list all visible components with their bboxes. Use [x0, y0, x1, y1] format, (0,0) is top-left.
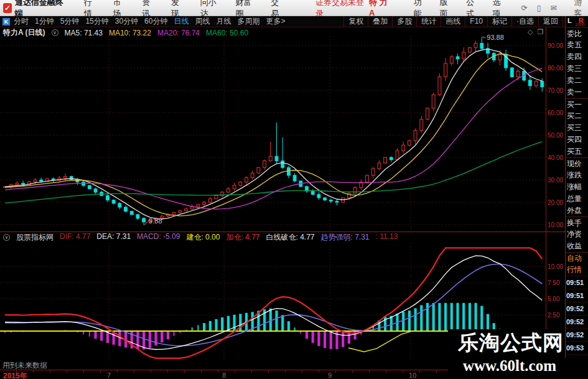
quote-row[interactable]: 买三	[566, 122, 588, 134]
quote-row[interactable]: 收益	[566, 240, 588, 252]
quote-row[interactable]: 买五	[566, 146, 588, 157]
month-tick-label: 7	[107, 372, 111, 379]
volume-label: 1000	[575, 22, 585, 27]
period-tab[interactable]: 分时	[14, 16, 29, 27]
tick-time-row[interactable]: 09:52	[566, 315, 588, 328]
price-tick-label: 60.00	[548, 110, 564, 116]
ma-value-labels: MA5: 71.43MA10: 73.22MA20: 76.74MA60: 50…	[65, 29, 249, 37]
indicator-dropdown-icon[interactable]: ∨	[3, 234, 10, 241]
quote-rows: 委比卖五卖四卖三卖二卖一买一买二买三买四买五现价涨跌涨幅总量外盘换手净资收益自动…	[566, 27, 588, 276]
quote-row[interactable]: 卖一	[566, 87, 588, 98]
price-tick-label: 20.00	[548, 199, 564, 206]
menu-icon[interactable]: ⟳	[521, 4, 528, 12]
chart-header: 特力A (日线) ∨ MA5: 71.43MA10: 73.22MA20: 76…	[3, 28, 248, 37]
menu-icons: ⟳▯✉	[521, 4, 557, 12]
tool-button[interactable]: 画线	[441, 16, 465, 27]
period-tab[interactable]: 30分钟	[115, 16, 138, 27]
month-tick-label: 8	[222, 372, 226, 379]
quote-row[interactable]: 涨跌	[566, 169, 588, 181]
quote-row[interactable]: 买四	[566, 134, 588, 146]
app-logo-icon: ✓	[3, 3, 12, 13]
period-tab[interactable]: 15分钟	[85, 16, 108, 27]
tool-button[interactable]: 返回	[538, 16, 563, 27]
svg-text:9.88: 9.88	[149, 217, 162, 225]
year-label: 2015年	[3, 371, 27, 379]
price-tick-label: 70.00	[548, 87, 564, 94]
tdx-terminal-window: ✓ 通达信金融终端 行情市场资讯发现问小达财富圈交易 证券交易未登录 特 力A …	[0, 0, 588, 379]
macd-tick-label: 10.00	[548, 263, 564, 270]
quote-row[interactable]: 涨幅	[566, 181, 588, 193]
quote-row[interactable]: 卖三	[566, 63, 588, 75]
quote-row[interactable]: 换手	[566, 217, 588, 228]
future-data-note: 用到未来数据	[2, 360, 47, 371]
quote-row[interactable]: 卖五	[566, 39, 588, 51]
quote-row[interactable]: 行情	[566, 264, 588, 276]
tool-button[interactable]: 多股	[392, 16, 416, 27]
price-tick-label: 80.00	[548, 65, 564, 72]
indicator-value: 加仓: 4.77	[226, 232, 259, 243]
dropdown-circle-icon[interactable]: ∨	[52, 29, 58, 36]
svg-text:93.88: 93.88	[487, 34, 504, 41]
quote-row[interactable]: 买一	[566, 98, 588, 110]
quote-row[interactable]: 外盘	[566, 205, 588, 217]
period-tab[interactable]: 多周期	[237, 16, 259, 27]
period-tab[interactable]: 1分钟	[35, 16, 54, 27]
period-toolbar: K 分时1分钟5分钟15分钟30分钟60分钟日线周线月线多周期更多> 复权叠加多…	[0, 16, 588, 27]
indicator-name[interactable]: 股票指标网	[16, 232, 54, 243]
ma-label: MA60: 50.60	[206, 29, 248, 37]
tool-button[interactable]: 叠加	[368, 16, 392, 27]
corner-icon[interactable]: ❐	[537, 28, 543, 36]
tab-left[interactable]: L	[567, 17, 572, 24]
menu-icon[interactable]: ✉	[550, 4, 556, 12]
month-tick-label: 9	[328, 372, 332, 379]
quote-row[interactable]: 买二	[566, 110, 588, 122]
period-tabs: 分时1分钟5分钟15分钟30分钟60分钟日线周线月线多周期更多>	[14, 16, 285, 27]
indicator-header: ∨ 股票指标网 DIF: 4.77DEA: 7.31MACD: -5.09建仓:…	[3, 233, 398, 242]
tool-button[interactable]: ·自选	[511, 16, 538, 27]
price-axis-line	[546, 27, 546, 370]
corner-icon[interactable]: ◇	[528, 28, 533, 36]
tick-time-row[interactable]: 09:53	[566, 341, 588, 354]
price-tick-label: 10.00	[548, 222, 564, 228]
tick-time-row[interactable]: 09:51	[566, 289, 588, 302]
tick-time-row[interactable]: 09:5	[566, 354, 588, 358]
quote-row[interactable]: 现价	[566, 157, 588, 169]
kline-icon[interactable]: K	[2, 18, 10, 26]
tool-button[interactable]: 复权	[343, 16, 368, 27]
period-tab[interactable]: 5分钟	[60, 16, 80, 27]
watermark-url: www.60lt.com	[448, 357, 565, 375]
macd-tick-label: 2.50	[548, 312, 564, 319]
tick-time-row[interactable]: 09:52	[566, 328, 588, 341]
quote-row[interactable]: 卖四	[566, 51, 588, 63]
period-tab[interactable]: 月线	[216, 16, 231, 27]
quote-row[interactable]: 委比	[566, 27, 588, 39]
chart-symbol[interactable]: 特力A (日线)	[3, 27, 45, 38]
indicator-value: 白线破仓: 4.77	[266, 232, 314, 243]
tool-button[interactable]: F10	[465, 16, 487, 27]
tick-time-row[interactable]: 09:52	[566, 302, 588, 315]
price-tick-label: 30.00	[548, 177, 564, 184]
main-chart-canvas[interactable]: 9.8893.88	[0, 27, 565, 233]
tick-time-row[interactable]: 09:51	[566, 276, 588, 289]
tool-button[interactable]: 标记	[487, 16, 511, 27]
month-tick-label: 10	[409, 372, 416, 379]
quote-row[interactable]: 总量	[566, 193, 588, 205]
price-tick-label: 90.00	[548, 42, 564, 49]
indicator-values: DIF: 4.77DEA: 7.31MACD: -5.09建仓: 0.00加仓:…	[60, 232, 398, 243]
tool-button[interactable]: 统计	[416, 16, 441, 27]
quote-row[interactable]: 卖二	[566, 75, 588, 87]
sidebar-divider	[565, 16, 566, 358]
quote-row[interactable]: 净资	[566, 228, 588, 240]
price-tick-label: 40.00	[548, 154, 564, 161]
period-tab[interactable]: 60分钟	[144, 16, 167, 27]
chart-corner-icons: ◇❐	[528, 28, 543, 36]
macd-tick-label: 7.50	[548, 279, 564, 286]
period-tab[interactable]: 日线	[174, 16, 189, 27]
quote-row[interactable]: 自动	[566, 252, 588, 264]
macd-tick-label: 5.00	[548, 296, 564, 302]
period-tab[interactable]: 周线	[195, 16, 210, 27]
menu-icon[interactable]: ▯	[537, 4, 541, 12]
indicator-value: 趋势强弱: 7.31	[321, 232, 370, 243]
ma-label: MA20: 76.74	[157, 29, 200, 37]
period-tab[interactable]: 更多>	[266, 16, 285, 27]
